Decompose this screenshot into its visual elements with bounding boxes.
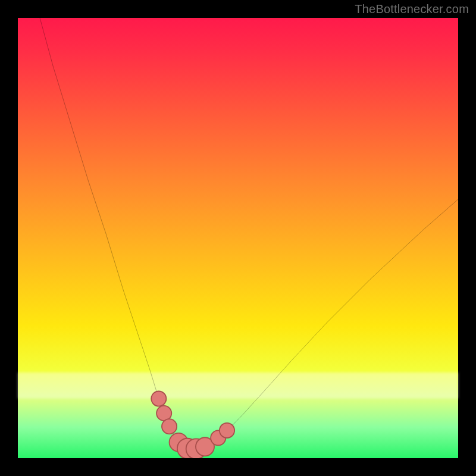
curve-marker [151,392,166,406]
chart-frame: TheBottlenecker.com [0,0,476,476]
bottleneck-curve [40,18,458,449]
curve-markers [151,392,234,458]
curve-marker [220,423,234,438]
watermark-text: TheBottlenecker.com [355,2,469,16]
plot-area [18,18,458,458]
curve-marker [162,419,177,434]
curve-overlay [18,18,458,458]
